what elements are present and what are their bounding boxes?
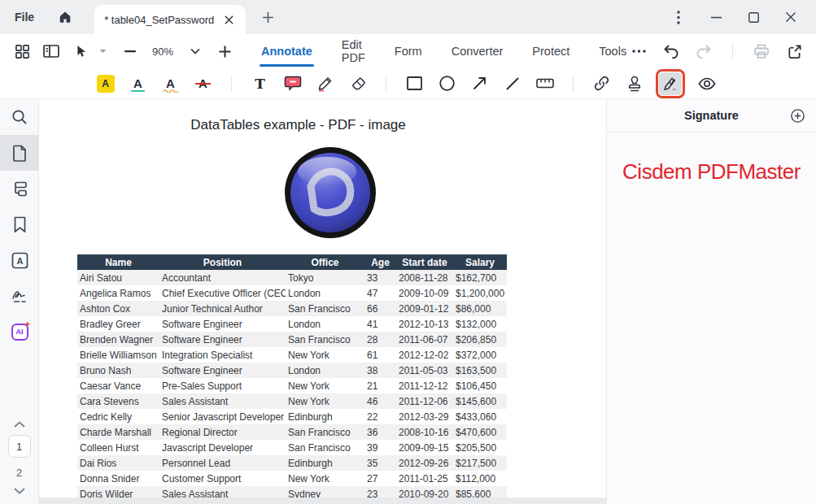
- cursor-icon[interactable]: [70, 41, 91, 62]
- add-signature-icon[interactable]: [791, 109, 805, 123]
- kebab-menu-icon[interactable]: [666, 5, 691, 29]
- zoom-level[interactable]: 90%: [149, 46, 177, 58]
- zoom-out-icon[interactable]: [120, 41, 141, 62]
- table-cell: Integration Specialist: [159, 347, 286, 363]
- ai-icon[interactable]: AI✦: [0, 314, 39, 350]
- table-cell: Software Engineer: [159, 332, 286, 347]
- page-navigator: 1 2: [0, 421, 38, 494]
- link-tool-icon[interactable]: [591, 72, 613, 94]
- rectangle-tool-icon[interactable]: [404, 72, 425, 94]
- tab-tools[interactable]: Tools: [597, 38, 628, 64]
- page-number-2[interactable]: 2: [16, 465, 22, 480]
- outline-icon[interactable]: [0, 171, 39, 206]
- eraser-tool-icon[interactable]: [347, 72, 369, 94]
- squiggly-tool-icon[interactable]: A: [159, 72, 181, 94]
- table-cell: London: [286, 363, 364, 378]
- table-cell: Junior Technical Author: [159, 301, 286, 316]
- table-row: Charde MarshallRegional DirectorSan Fran…: [77, 424, 507, 440]
- cursor-dropdown-icon[interactable]: [99, 49, 107, 54]
- table-row: Bruno NashSoftware EngineerLondon382011-…: [77, 363, 507, 378]
- ellipse-tool-icon[interactable]: [436, 72, 458, 94]
- line-tool-icon[interactable]: [501, 72, 523, 94]
- document-tab[interactable]: * table04_SetPassword: [94, 5, 246, 34]
- current-page-box[interactable]: 1: [8, 435, 31, 458]
- signature-tool-icon[interactable]: [659, 72, 682, 95]
- search-icon[interactable]: [0, 99, 39, 135]
- table-cell: Customer Support: [159, 471, 286, 486]
- table-cell: Cedric Kelly: [77, 409, 159, 424]
- thumbnails-icon[interactable]: [0, 135, 39, 171]
- page-layout-icon[interactable]: [41, 41, 62, 62]
- table-cell: London: [286, 316, 364, 332]
- table-row: Colleen HurstJavascript DeveloperSan Fra…: [77, 440, 507, 455]
- table-cell: Angelica Ramos: [77, 285, 159, 301]
- table-cell: 28: [364, 332, 396, 347]
- table-cell: $132,000: [453, 316, 507, 332]
- table-cell: 2011-06-07: [396, 332, 453, 347]
- zoom-in-icon[interactable]: [214, 41, 235, 62]
- print-icon[interactable]: [751, 41, 772, 62]
- table-cell: 27: [364, 471, 396, 486]
- new-tab-icon[interactable]: [262, 11, 274, 24]
- table-cell: New York: [286, 347, 364, 363]
- pdf-page[interactable]: DataTables example - PDF - image: [39, 99, 606, 504]
- table-cell: 2011-01-25: [396, 471, 453, 486]
- table-cell: New York: [286, 378, 364, 393]
- table-header-cell: Position: [159, 254, 286, 270]
- table-cell: Senior Javascript Developer: [159, 409, 286, 424]
- table-cell: Donna Snider: [77, 471, 159, 486]
- annotations-icon[interactable]: A: [0, 242, 39, 278]
- saved-signature-item[interactable]: Cisdem PDFMaster: [607, 159, 816, 185]
- table-cell: Chief Executive Officer (CEO): [159, 285, 286, 301]
- eye-tool-icon[interactable]: [696, 72, 718, 94]
- table-cell: $206,850: [453, 332, 507, 347]
- table-cell: Cara Stevens: [77, 393, 159, 409]
- signature-sidebar-icon[interactable]: [0, 278, 39, 314]
- measure-tool-icon[interactable]: [534, 72, 556, 94]
- table-cell: 38: [364, 363, 396, 378]
- table-cell: New York: [286, 471, 364, 486]
- more-icon[interactable]: [628, 41, 649, 62]
- close-icon[interactable]: [779, 5, 803, 29]
- minimize-icon[interactable]: [704, 5, 728, 29]
- signature-panel-title: Signature: [684, 109, 739, 122]
- bookmark-icon[interactable]: [0, 206, 39, 242]
- table-cell: $1,200,000: [453, 285, 507, 301]
- underline-tool-icon[interactable]: A: [127, 72, 149, 94]
- table-cell: 2009-10-09: [396, 285, 453, 301]
- ribbon-menus: Annotate Edit PDF Form Converter Protect…: [260, 32, 628, 71]
- tab-protect[interactable]: Protect: [530, 38, 571, 64]
- page-up-icon[interactable]: [14, 421, 25, 428]
- page-bottom-gap: [39, 497, 606, 504]
- table-cell: 2011-05-03: [396, 363, 453, 378]
- text-tool-icon[interactable]: T: [249, 72, 271, 94]
- comment-tool-icon[interactable]: [281, 72, 303, 94]
- redo-icon[interactable]: [693, 41, 714, 62]
- strikethrough-tool-icon[interactable]: A: [192, 72, 214, 94]
- table-row: Cedric KellySenior Javascript DeveloperE…: [77, 409, 507, 424]
- tab-annotate[interactable]: Annotate: [260, 38, 314, 64]
- table-cell: Accountant: [159, 270, 286, 285]
- pencil-tool-icon[interactable]: [314, 72, 336, 94]
- signature-tool-selection: [656, 69, 685, 98]
- highlight-tool-icon[interactable]: A: [94, 72, 116, 94]
- tab-form[interactable]: Form: [393, 38, 424, 64]
- grid-view-icon[interactable]: [11, 41, 33, 62]
- export-icon[interactable]: [783, 41, 805, 62]
- home-icon[interactable]: [57, 9, 73, 25]
- table-cell: 21: [364, 378, 396, 393]
- maximize-icon[interactable]: [741, 5, 766, 29]
- table-header-cell: Age: [364, 254, 396, 270]
- tab-close-icon[interactable]: [222, 13, 236, 27]
- stamp-tool-icon[interactable]: [623, 72, 645, 94]
- arrow-tool-icon[interactable]: [469, 72, 491, 94]
- zoom-dropdown-icon[interactable]: [185, 41, 206, 62]
- table-cell: 2012-12-02: [396, 347, 453, 363]
- undo-icon[interactable]: [661, 41, 682, 62]
- table-cell: $163,500: [453, 363, 507, 378]
- tab-converter[interactable]: Converter: [450, 38, 505, 64]
- page-down-icon[interactable]: [14, 488, 25, 494]
- table-cell: Edinburgh: [286, 455, 364, 471]
- file-menu[interactable]: File: [15, 11, 34, 24]
- tab-edit-pdf[interactable]: Edit PDF: [340, 32, 367, 71]
